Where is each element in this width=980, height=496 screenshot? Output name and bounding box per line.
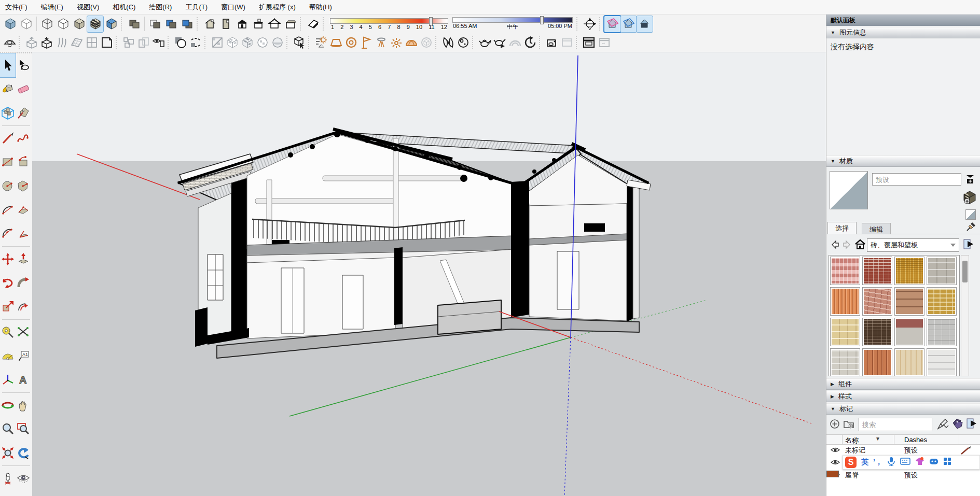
swatch-yellow-brick[interactable] [927, 287, 957, 316]
select-cube-cursor-icon[interactable] [292, 35, 307, 50]
secondary-pane-toggle-button[interactable] [964, 173, 976, 185]
tags-header[interactable]: ▼ 标记 ✕ [826, 403, 980, 415]
zoom-extents-tool[interactable] [0, 441, 16, 465]
sandbox-contours-icon[interactable] [54, 35, 69, 50]
tape-measure-tool[interactable] [0, 320, 16, 344]
forward-arrow-icon[interactable] [842, 239, 852, 251]
north-tool[interactable] [16, 490, 31, 496]
style-xray-icon[interactable] [2, 16, 18, 32]
menu-window[interactable]: 窗口(W) [221, 3, 245, 12]
styles-header[interactable]: ▶ 样式 ✕ [826, 391, 980, 402]
house-section-model[interactable] [178, 129, 651, 358]
details-arrow-button[interactable] [962, 238, 975, 252]
rotated-rectangle-tool[interactable] [16, 150, 31, 174]
texture-plane-icon[interactable] [210, 35, 225, 50]
swatch-cream-stone[interactable] [830, 318, 860, 346]
back-arrow-icon[interactable] [830, 239, 840, 251]
create-material-button[interactable] [962, 190, 977, 205]
view-front-icon[interactable] [234, 16, 250, 32]
view-right-icon[interactable] [282, 16, 298, 32]
rotate-tool[interactable] [0, 271, 16, 295]
swatch-gold-brick[interactable] [894, 257, 924, 285]
freehand-tool[interactable] [16, 126, 31, 150]
solid-intersect-icon[interactable] [147, 16, 163, 32]
emoji-game-icon[interactable] [929, 458, 938, 467]
walk-tool[interactable] [0, 490, 16, 496]
look-around-tool[interactable] [16, 466, 31, 490]
rectangle-tool[interactable] [0, 150, 16, 174]
view-top-icon[interactable] [218, 16, 234, 32]
swatch-dark-brown-brick[interactable] [862, 318, 892, 346]
north-compass-icon[interactable] [582, 16, 598, 32]
style-wireframe-icon[interactable] [39, 16, 55, 32]
material-name-field[interactable] [872, 173, 961, 186]
zoom-tool[interactable] [0, 417, 16, 441]
keyboard-icon[interactable] [900, 458, 910, 467]
swatch-pink-basketweave-brick[interactable] [830, 257, 860, 285]
collapse-arrow-icon[interactable]: ▼ [831, 30, 835, 35]
swatch-rustic-cream-siding[interactable] [894, 348, 924, 376]
materials-header[interactable]: ▼ 材质 ✕ [826, 155, 980, 167]
tag-row-roof-ridge[interactable]: 屋脊 预设 [826, 471, 980, 481]
collapse-arrow-icon[interactable]: ▼ [831, 159, 835, 164]
solid-subtract-icon[interactable] [179, 16, 195, 32]
visibility-eye-icon[interactable] [831, 459, 840, 467]
sandbox-grid-icon[interactable] [69, 35, 84, 50]
menu-view[interactable]: 视图(V) [77, 3, 99, 12]
axes-tool[interactable] [0, 368, 16, 392]
export-box-icon[interactable] [39, 35, 54, 50]
style-monochrome-icon[interactable] [103, 16, 119, 32]
tab-select[interactable]: 选择 [827, 222, 857, 234]
line-tool[interactable] [0, 126, 16, 150]
texture-cube-a-icon[interactable] [225, 35, 240, 50]
position-camera-tool[interactable] [0, 466, 16, 490]
shape-circle-square-icon[interactable] [173, 35, 188, 50]
swatch-rough-pink-stone[interactable] [862, 287, 892, 316]
orbit-tool[interactable] [0, 393, 16, 417]
solid-outer-shell-icon[interactable] [126, 16, 142, 32]
ime-punctuation[interactable]: ’， [873, 458, 882, 467]
window-dialog-gray-icon[interactable] [596, 35, 611, 50]
swatch-red-brick[interactable] [862, 257, 892, 285]
menu-extensions[interactable]: 扩展程序 (x) [259, 3, 296, 12]
add-tag-folder-button[interactable] [843, 419, 855, 431]
menu-edit[interactable]: 编辑(E) [41, 3, 63, 12]
window-grid-icon[interactable] [84, 35, 99, 50]
point-light-icon[interactable] [389, 35, 404, 50]
swatch-gray-block[interactable] [830, 348, 860, 376]
protractor-tool[interactable] [0, 344, 16, 368]
skin-icon[interactable] [915, 457, 924, 467]
two-point-arc-tool[interactable] [16, 198, 31, 222]
threed-text-tool[interactable]: A [16, 368, 31, 392]
follow-me-tool[interactable] [16, 271, 31, 295]
window-dialog-icon[interactable] [581, 35, 596, 50]
microphone-icon[interactable] [887, 457, 895, 468]
col-dashes-label[interactable]: Dashes [904, 436, 927, 444]
view-iso-icon[interactable] [202, 16, 218, 32]
styles-swirl-icon[interactable] [440, 35, 456, 50]
arc-tool[interactable] [0, 198, 16, 222]
tag-color-chip[interactable] [826, 471, 839, 477]
eraser-tool[interactable] [16, 77, 31, 101]
move-tool[interactable] [0, 247, 16, 271]
month-slider-handle[interactable] [429, 17, 433, 25]
view-model-eye-icon[interactable] [151, 35, 166, 50]
swatch-gray-stone-blocks[interactable] [927, 257, 957, 285]
tag-dashes[interactable]: 预设 [904, 446, 918, 455]
tripod-light-icon[interactable] [374, 35, 389, 50]
torus-icon[interactable] [343, 35, 358, 50]
collapse-arrow-icon[interactable]: ▶ [831, 381, 834, 387]
tags-stack-icon[interactable] [951, 418, 963, 432]
match-photo-icon[interactable] [2, 35, 17, 50]
components-header[interactable]: ▶ 组件 ✕ [826, 378, 980, 390]
components-grid-icon[interactable] [121, 35, 136, 50]
time-slider-handle[interactable] [540, 16, 544, 24]
tags-details-arrow-button[interactable] [965, 418, 978, 432]
push-pull-tool[interactable] [16, 247, 31, 271]
zoom-window-tool[interactable] [16, 417, 31, 441]
three-point-arc-tool[interactable] [0, 222, 16, 246]
style-hidden-line-icon[interactable] [55, 16, 71, 32]
solid-union-icon[interactable] [163, 16, 179, 32]
dimension-tool[interactable] [16, 320, 31, 344]
frames-overlap-icon[interactable] [136, 35, 151, 50]
